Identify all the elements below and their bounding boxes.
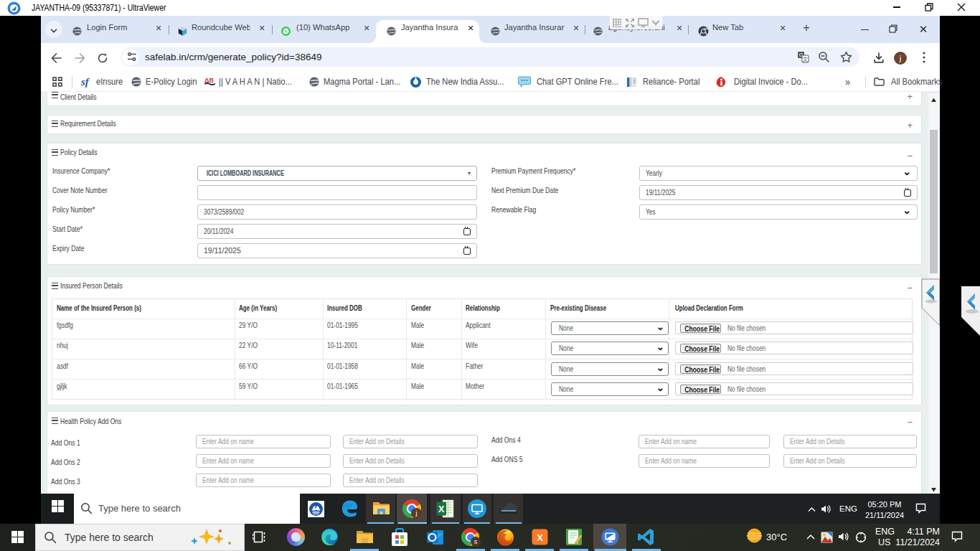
svg-text:文: 文	[803, 56, 809, 62]
svg-text:X: X	[537, 532, 543, 543]
svg-text:X: X	[438, 504, 445, 514]
